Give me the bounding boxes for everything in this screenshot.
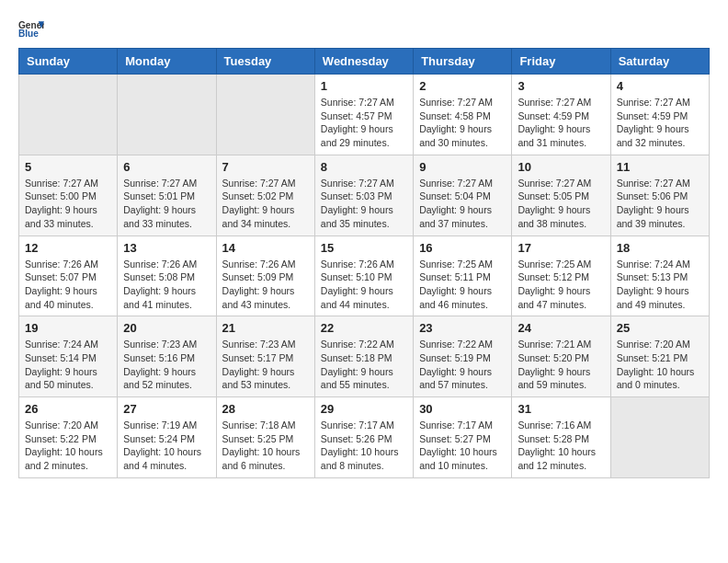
calendar-cell — [610, 397, 709, 478]
day-number: 22 — [321, 321, 407, 335]
day-info: Sunrise: 7:18 AMSunset: 5:25 PMDaylight:… — [222, 419, 309, 473]
day-info: Sunrise: 7:22 AMSunset: 5:19 PMDaylight:… — [419, 338, 506, 392]
calendar-cell: 22Sunrise: 7:22 AMSunset: 5:18 PMDayligh… — [314, 316, 413, 397]
day-info: Sunrise: 7:24 AMSunset: 5:13 PMDaylight:… — [617, 258, 703, 312]
day-info: Sunrise: 7:27 AMSunset: 4:57 PMDaylight:… — [321, 96, 407, 150]
day-info: Sunrise: 7:27 AMSunset: 5:01 PMDaylight:… — [123, 177, 210, 231]
svg-text:Blue: Blue — [18, 29, 39, 39]
calendar-week-1: 1Sunrise: 7:27 AMSunset: 4:57 PMDaylight… — [19, 75, 710, 155]
calendar-cell: 18Sunrise: 7:24 AMSunset: 5:13 PMDayligh… — [610, 236, 709, 316]
day-info: Sunrise: 7:22 AMSunset: 5:18 PMDaylight:… — [321, 338, 407, 392]
day-info: Sunrise: 7:27 AMSunset: 5:05 PMDaylight:… — [518, 177, 604, 231]
weekday-saturday: Saturday — [610, 49, 709, 75]
day-number: 24 — [518, 321, 604, 335]
calendar-cell: 14Sunrise: 7:26 AMSunset: 5:09 PMDayligh… — [216, 236, 314, 316]
day-number: 17 — [518, 241, 604, 255]
day-info: Sunrise: 7:20 AMSunset: 5:21 PMDaylight:… — [617, 338, 703, 392]
calendar-cell: 3Sunrise: 7:27 AMSunset: 4:59 PMDaylight… — [512, 75, 610, 155]
day-number: 12 — [25, 241, 111, 255]
day-info: Sunrise: 7:17 AMSunset: 5:27 PMDaylight:… — [419, 419, 506, 473]
day-number: 5 — [25, 160, 111, 174]
day-number: 27 — [123, 402, 210, 416]
day-info: Sunrise: 7:27 AMSunset: 5:06 PMDaylight:… — [617, 177, 703, 231]
calendar-cell: 4Sunrise: 7:27 AMSunset: 4:59 PMDaylight… — [610, 75, 709, 155]
calendar-table: SundayMondayTuesdayWednesdayThursdayFrid… — [18, 48, 710, 478]
calendar-cell: 13Sunrise: 7:26 AMSunset: 5:08 PMDayligh… — [118, 236, 216, 316]
calendar-cell: 6Sunrise: 7:27 AMSunset: 5:01 PMDaylight… — [118, 155, 216, 236]
calendar-cell: 1Sunrise: 7:27 AMSunset: 4:57 PMDaylight… — [314, 75, 413, 155]
day-number: 16 — [419, 241, 506, 255]
calendar-cell: 2Sunrise: 7:27 AMSunset: 4:58 PMDaylight… — [414, 75, 512, 155]
weekday-monday: Monday — [118, 49, 216, 75]
calendar-cell: 10Sunrise: 7:27 AMSunset: 5:05 PMDayligh… — [512, 155, 610, 236]
day-info: Sunrise: 7:25 AMSunset: 5:12 PMDaylight:… — [518, 258, 604, 312]
weekday-thursday: Thursday — [414, 49, 512, 75]
day-number: 21 — [222, 321, 309, 335]
day-number: 20 — [123, 321, 210, 335]
day-number: 2 — [419, 79, 506, 93]
calendar-cell: 25Sunrise: 7:20 AMSunset: 5:21 PMDayligh… — [610, 316, 709, 397]
calendar-cell: 5Sunrise: 7:27 AMSunset: 5:00 PMDaylight… — [19, 155, 118, 236]
day-info: Sunrise: 7:23 AMSunset: 5:17 PMDaylight:… — [222, 338, 309, 392]
day-number: 1 — [321, 79, 407, 93]
day-number: 28 — [222, 402, 309, 416]
day-number: 14 — [222, 241, 309, 255]
calendar-cell: 8Sunrise: 7:27 AMSunset: 5:03 PMDaylight… — [314, 155, 413, 236]
calendar-cell: 9Sunrise: 7:27 AMSunset: 5:04 PMDaylight… — [414, 155, 512, 236]
calendar-cell: 20Sunrise: 7:23 AMSunset: 5:16 PMDayligh… — [118, 316, 216, 397]
weekday-wednesday: Wednesday — [314, 49, 413, 75]
calendar-cell: 24Sunrise: 7:21 AMSunset: 5:20 PMDayligh… — [512, 316, 610, 397]
day-number: 8 — [321, 160, 407, 174]
calendar-cell: 16Sunrise: 7:25 AMSunset: 5:11 PMDayligh… — [414, 236, 512, 316]
logo: General Blue — [18, 18, 48, 39]
day-number: 13 — [123, 241, 210, 255]
calendar-cell — [216, 75, 314, 155]
day-info: Sunrise: 7:20 AMSunset: 5:22 PMDaylight:… — [25, 419, 111, 473]
day-number: 19 — [25, 321, 111, 335]
logo-icon: General Blue — [18, 18, 44, 39]
day-number: 31 — [518, 402, 604, 416]
calendar-cell: 27Sunrise: 7:19 AMSunset: 5:24 PMDayligh… — [118, 397, 216, 478]
day-number: 15 — [321, 241, 407, 255]
weekday-friday: Friday — [512, 49, 610, 75]
calendar-body: 1Sunrise: 7:27 AMSunset: 4:57 PMDaylight… — [19, 75, 710, 478]
day-info: Sunrise: 7:27 AMSunset: 5:04 PMDaylight:… — [419, 177, 506, 231]
weekday-sunday: Sunday — [19, 49, 118, 75]
page-header: General Blue — [18, 18, 710, 39]
calendar-week-5: 26Sunrise: 7:20 AMSunset: 5:22 PMDayligh… — [19, 397, 710, 478]
calendar-cell: 26Sunrise: 7:20 AMSunset: 5:22 PMDayligh… — [19, 397, 118, 478]
day-number: 26 — [25, 402, 111, 416]
calendar-cell: 28Sunrise: 7:18 AMSunset: 5:25 PMDayligh… — [216, 397, 314, 478]
day-number: 18 — [617, 241, 703, 255]
calendar-week-3: 12Sunrise: 7:26 AMSunset: 5:07 PMDayligh… — [19, 236, 710, 316]
day-info: Sunrise: 7:27 AMSunset: 5:02 PMDaylight:… — [222, 177, 309, 231]
day-number: 23 — [419, 321, 506, 335]
day-info: Sunrise: 7:26 AMSunset: 5:08 PMDaylight:… — [123, 258, 210, 312]
day-info: Sunrise: 7:27 AMSunset: 4:58 PMDaylight:… — [419, 96, 506, 150]
calendar-cell: 7Sunrise: 7:27 AMSunset: 5:02 PMDaylight… — [216, 155, 314, 236]
day-info: Sunrise: 7:26 AMSunset: 5:07 PMDaylight:… — [25, 258, 111, 312]
day-info: Sunrise: 7:23 AMSunset: 5:16 PMDaylight:… — [123, 338, 210, 392]
day-info: Sunrise: 7:17 AMSunset: 5:26 PMDaylight:… — [321, 419, 407, 473]
calendar-week-2: 5Sunrise: 7:27 AMSunset: 5:00 PMDaylight… — [19, 155, 710, 236]
day-number: 30 — [419, 402, 506, 416]
day-info: Sunrise: 7:24 AMSunset: 5:14 PMDaylight:… — [25, 338, 111, 392]
day-info: Sunrise: 7:26 AMSunset: 5:10 PMDaylight:… — [321, 258, 407, 312]
day-number: 3 — [518, 79, 604, 93]
calendar-cell: 15Sunrise: 7:26 AMSunset: 5:10 PMDayligh… — [314, 236, 413, 316]
day-number: 25 — [617, 321, 703, 335]
day-info: Sunrise: 7:21 AMSunset: 5:20 PMDaylight:… — [518, 338, 604, 392]
day-number: 4 — [617, 79, 703, 93]
day-info: Sunrise: 7:19 AMSunset: 5:24 PMDaylight:… — [123, 419, 210, 473]
calendar-cell: 31Sunrise: 7:16 AMSunset: 5:28 PMDayligh… — [512, 397, 610, 478]
calendar-cell: 29Sunrise: 7:17 AMSunset: 5:26 PMDayligh… — [314, 397, 413, 478]
day-info: Sunrise: 7:26 AMSunset: 5:09 PMDaylight:… — [222, 258, 309, 312]
day-number: 29 — [321, 402, 407, 416]
day-number: 6 — [123, 160, 210, 174]
calendar-cell: 21Sunrise: 7:23 AMSunset: 5:17 PMDayligh… — [216, 316, 314, 397]
calendar-cell: 17Sunrise: 7:25 AMSunset: 5:12 PMDayligh… — [512, 236, 610, 316]
day-info: Sunrise: 7:25 AMSunset: 5:11 PMDaylight:… — [419, 258, 506, 312]
day-info: Sunrise: 7:27 AMSunset: 5:00 PMDaylight:… — [25, 177, 111, 231]
day-info: Sunrise: 7:27 AMSunset: 4:59 PMDaylight:… — [518, 96, 604, 150]
calendar-cell — [118, 75, 216, 155]
